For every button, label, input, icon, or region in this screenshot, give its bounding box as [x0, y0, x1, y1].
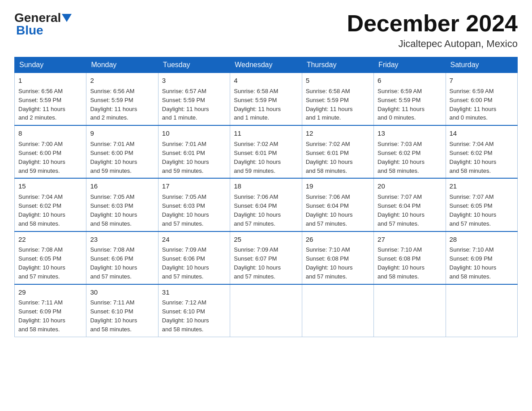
day-cell: 11Sunrise: 7:02 AMSunset: 6:01 PMDayligh… [230, 125, 302, 178]
day-info: Sunrise: 7:01 AMSunset: 6:01 PMDaylight:… [162, 141, 209, 174]
day-cell: 12Sunrise: 7:02 AMSunset: 6:01 PMDayligh… [302, 125, 373, 178]
day-cell: 18Sunrise: 7:06 AMSunset: 6:04 PMDayligh… [230, 178, 302, 231]
day-number: 27 [378, 235, 442, 244]
day-number: 13 [378, 128, 442, 138]
day-cell: 26Sunrise: 7:10 AMSunset: 6:08 PMDayligh… [302, 231, 373, 284]
header-wednesday: Wednesday [230, 57, 302, 73]
day-number: 14 [450, 128, 514, 138]
logo-triangle-icon [62, 14, 72, 24]
day-cell: 13Sunrise: 7:03 AMSunset: 6:02 PMDayligh… [374, 125, 446, 178]
day-number: 21 [450, 181, 514, 191]
day-number: 5 [306, 76, 370, 86]
day-info: Sunrise: 7:06 AMSunset: 6:04 PMDaylight:… [306, 193, 353, 227]
week-row-4: 22Sunrise: 7:08 AMSunset: 6:05 PMDayligh… [15, 231, 518, 284]
day-number: 2 [90, 76, 154, 86]
day-cell: 16Sunrise: 7:05 AMSunset: 6:03 PMDayligh… [86, 178, 158, 231]
header-row: SundayMondayTuesdayWednesdayThursdayFrid… [15, 57, 518, 73]
day-number: 7 [450, 76, 514, 86]
page-header: General Blue December 2024 Jicaltepec Au… [14, 11, 518, 50]
week-row-2: 8Sunrise: 7:00 AMSunset: 6:00 PMDaylight… [15, 125, 518, 178]
day-cell: 14Sunrise: 7:04 AMSunset: 6:02 PMDayligh… [446, 125, 517, 178]
day-cell: 22Sunrise: 7:08 AMSunset: 6:05 PMDayligh… [15, 231, 86, 284]
day-info: Sunrise: 7:10 AMSunset: 6:08 PMDaylight:… [378, 246, 425, 280]
week-row-3: 15Sunrise: 7:04 AMSunset: 6:02 PMDayligh… [15, 178, 518, 231]
day-number: 23 [90, 235, 154, 244]
day-info: Sunrise: 7:05 AMSunset: 6:03 PMDaylight:… [90, 193, 137, 227]
calendar-table: SundayMondayTuesdayWednesdayThursdayFrid… [14, 57, 518, 337]
day-number: 9 [90, 128, 154, 138]
day-cell: 7Sunrise: 6:59 AMSunset: 6:00 PMDaylight… [446, 73, 517, 126]
day-info: Sunrise: 6:56 AMSunset: 5:59 PMDaylight:… [18, 88, 65, 121]
day-info: Sunrise: 7:01 AMSunset: 6:00 PMDaylight:… [90, 141, 137, 174]
day-cell: 15Sunrise: 7:04 AMSunset: 6:02 PMDayligh… [15, 178, 86, 231]
day-info: Sunrise: 7:09 AMSunset: 6:06 PMDaylight:… [162, 246, 209, 280]
day-info: Sunrise: 7:08 AMSunset: 6:05 PMDaylight:… [18, 246, 65, 280]
day-info: Sunrise: 6:57 AMSunset: 5:59 PMDaylight:… [162, 88, 209, 121]
logo: General Blue [14, 11, 72, 38]
day-number: 1 [18, 76, 82, 86]
week-row-1: 1Sunrise: 6:56 AMSunset: 5:59 PMDaylight… [15, 73, 518, 126]
day-cell: 2Sunrise: 6:56 AMSunset: 5:59 PMDaylight… [86, 73, 158, 126]
day-cell: 9Sunrise: 7:01 AMSunset: 6:00 PMDaylight… [86, 125, 158, 178]
header-monday: Monday [86, 57, 158, 73]
day-info: Sunrise: 7:10 AMSunset: 6:08 PMDaylight:… [306, 246, 353, 280]
day-info: Sunrise: 7:04 AMSunset: 6:02 PMDaylight:… [450, 141, 497, 174]
day-info: Sunrise: 7:12 AMSunset: 6:10 PMDaylight:… [162, 299, 209, 333]
day-info: Sunrise: 7:09 AMSunset: 6:07 PMDaylight:… [234, 246, 281, 280]
day-number: 4 [234, 76, 298, 86]
day-number: 28 [450, 235, 514, 244]
day-number: 26 [306, 235, 370, 244]
day-cell: 30Sunrise: 7:11 AMSunset: 6:10 PMDayligh… [86, 284, 158, 337]
day-cell: 3Sunrise: 6:57 AMSunset: 5:59 PMDaylight… [158, 73, 230, 126]
day-cell: 24Sunrise: 7:09 AMSunset: 6:06 PMDayligh… [158, 231, 230, 284]
day-cell: 21Sunrise: 7:07 AMSunset: 6:05 PMDayligh… [446, 178, 517, 231]
day-cell: 1Sunrise: 6:56 AMSunset: 5:59 PMDaylight… [15, 73, 86, 126]
day-info: Sunrise: 7:00 AMSunset: 6:00 PMDaylight:… [18, 141, 65, 174]
header-friday: Friday [374, 57, 446, 73]
day-number: 24 [162, 235, 226, 244]
day-number: 8 [18, 128, 82, 138]
day-number: 25 [234, 235, 298, 244]
week-row-5: 29Sunrise: 7:11 AMSunset: 6:09 PMDayligh… [15, 284, 518, 337]
month-title: December 2024 [347, 11, 518, 36]
day-number: 20 [378, 181, 442, 191]
header-sunday: Sunday [15, 57, 86, 73]
day-info: Sunrise: 7:06 AMSunset: 6:04 PMDaylight:… [234, 193, 281, 227]
day-number: 30 [90, 287, 154, 297]
day-info: Sunrise: 7:02 AMSunset: 6:01 PMDaylight:… [234, 141, 281, 174]
day-number: 15 [18, 181, 82, 191]
day-cell [230, 284, 302, 337]
day-cell: 8Sunrise: 7:00 AMSunset: 6:00 PMDaylight… [15, 125, 86, 178]
day-cell [446, 284, 517, 337]
day-info: Sunrise: 7:10 AMSunset: 6:09 PMDaylight:… [450, 246, 497, 280]
location-title: Jicaltepec Autopan, Mexico [347, 38, 518, 50]
day-cell: 29Sunrise: 7:11 AMSunset: 6:09 PMDayligh… [15, 284, 86, 337]
day-info: Sunrise: 7:04 AMSunset: 6:02 PMDaylight:… [18, 193, 65, 227]
day-number: 12 [306, 128, 370, 138]
header-saturday: Saturday [446, 57, 517, 73]
header-thursday: Thursday [302, 57, 373, 73]
day-cell: 27Sunrise: 7:10 AMSunset: 6:08 PMDayligh… [374, 231, 446, 284]
day-info: Sunrise: 6:58 AMSunset: 5:59 PMDaylight:… [306, 88, 353, 121]
logo-blue: Blue [16, 23, 43, 38]
day-number: 6 [378, 76, 442, 86]
day-info: Sunrise: 7:11 AMSunset: 6:09 PMDaylight:… [18, 299, 65, 333]
day-cell: 10Sunrise: 7:01 AMSunset: 6:01 PMDayligh… [158, 125, 230, 178]
day-number: 11 [234, 128, 298, 138]
day-info: Sunrise: 7:03 AMSunset: 6:02 PMDaylight:… [378, 141, 425, 174]
day-number: 10 [162, 128, 226, 138]
day-cell: 5Sunrise: 6:58 AMSunset: 5:59 PMDaylight… [302, 73, 373, 126]
day-cell: 19Sunrise: 7:06 AMSunset: 6:04 PMDayligh… [302, 178, 373, 231]
day-cell: 23Sunrise: 7:08 AMSunset: 6:06 PMDayligh… [86, 231, 158, 284]
day-cell: 28Sunrise: 7:10 AMSunset: 6:09 PMDayligh… [446, 231, 517, 284]
header-tuesday: Tuesday [158, 57, 230, 73]
day-cell: 6Sunrise: 6:59 AMSunset: 5:59 PMDaylight… [374, 73, 446, 126]
day-cell [374, 284, 446, 337]
title-section: December 2024 Jicaltepec Autopan, Mexico [347, 11, 518, 50]
day-info: Sunrise: 7:05 AMSunset: 6:03 PMDaylight:… [162, 193, 209, 227]
day-number: 3 [162, 76, 226, 86]
day-info: Sunrise: 7:07 AMSunset: 6:05 PMDaylight:… [450, 193, 497, 227]
svg-marker-0 [62, 14, 72, 22]
day-cell: 4Sunrise: 6:58 AMSunset: 5:59 PMDaylight… [230, 73, 302, 126]
day-info: Sunrise: 7:08 AMSunset: 6:06 PMDaylight:… [90, 246, 137, 280]
